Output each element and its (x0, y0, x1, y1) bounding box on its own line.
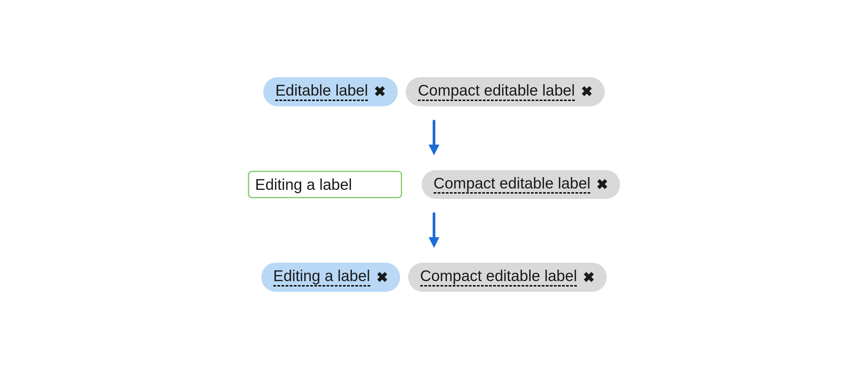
close-icon[interactable]: ✖ (581, 84, 593, 99)
state-row-1: Editable label ✖ Compact editable label … (263, 77, 605, 106)
label-edit-input[interactable] (248, 171, 402, 198)
state-row-3: Editing a label ✖ Compact editable label… (261, 263, 607, 292)
compact-editable-label-text[interactable]: Compact editable label (418, 82, 575, 101)
compact-editable-label-chip[interactable]: Compact editable label ✖ (422, 170, 620, 199)
arrow-down-icon (427, 212, 441, 249)
compact-editable-label-text[interactable]: Compact editable label (434, 175, 591, 194)
svg-marker-3 (429, 237, 439, 248)
close-icon[interactable]: ✖ (376, 270, 388, 284)
close-icon[interactable]: ✖ (374, 84, 386, 99)
compact-editable-label-text[interactable]: Compact editable label (420, 267, 577, 286)
close-icon[interactable]: ✖ (596, 177, 608, 191)
editable-label-chip[interactable]: Editable label ✖ (263, 77, 398, 106)
compact-editable-label-chip[interactable]: Compact editable label ✖ (406, 77, 605, 106)
editable-label-text[interactable]: Editing a label (273, 267, 370, 286)
state-row-2: Compact editable label ✖ (248, 170, 620, 199)
svg-marker-1 (429, 145, 439, 155)
compact-editable-label-chip[interactable]: Compact editable label ✖ (408, 263, 607, 292)
editable-label-text[interactable]: Editable label (275, 82, 368, 101)
editable-label-chip-updated[interactable]: Editing a label ✖ (261, 263, 400, 292)
close-icon[interactable]: ✖ (583, 270, 595, 284)
diagram-stage: Editable label ✖ Compact editable label … (248, 77, 620, 292)
arrow-down-icon (427, 120, 441, 157)
